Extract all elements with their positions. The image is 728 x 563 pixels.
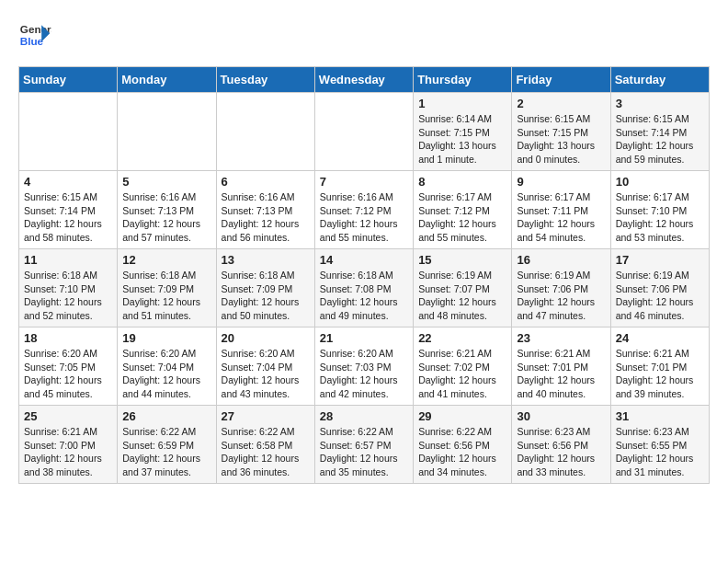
day-number: 20 xyxy=(222,331,310,345)
day-info: Sunrise: 6:18 AM Sunset: 7:09 PM Dayligh… xyxy=(122,269,210,323)
day-number: 23 xyxy=(517,331,605,345)
calendar-cell: 10Sunrise: 6:17 AM Sunset: 7:10 PM Dayli… xyxy=(610,171,709,249)
day-info: Sunrise: 6:17 AM Sunset: 7:10 PM Dayligh… xyxy=(616,190,704,245)
calendar-cell: 1Sunrise: 6:14 AM Sunset: 7:15 PM Daylig… xyxy=(414,93,512,171)
calendar-cell: 9Sunrise: 6:17 AM Sunset: 7:11 PM Daylig… xyxy=(512,171,610,249)
day-number: 16 xyxy=(517,253,605,267)
day-info: Sunrise: 6:17 AM Sunset: 7:11 PM Dayligh… xyxy=(517,190,605,245)
day-number: 4 xyxy=(24,175,112,189)
day-info: Sunrise: 6:21 AM Sunset: 7:01 PM Dayligh… xyxy=(517,347,605,401)
day-number: 9 xyxy=(517,175,605,189)
day-number: 10 xyxy=(616,175,704,189)
calendar-cell: 15Sunrise: 6:19 AM Sunset: 7:07 PM Dayli… xyxy=(414,249,512,327)
day-info: Sunrise: 6:16 AM Sunset: 7:13 PM Dayligh… xyxy=(222,190,310,245)
calendar-cell: 26Sunrise: 6:22 AM Sunset: 6:59 PM Dayli… xyxy=(118,406,216,484)
day-of-week-header: Friday xyxy=(512,67,610,93)
day-number: 29 xyxy=(418,409,506,423)
day-number: 17 xyxy=(616,253,704,267)
day-info: Sunrise: 6:22 AM Sunset: 6:59 PM Dayligh… xyxy=(122,425,210,479)
day-info: Sunrise: 6:19 AM Sunset: 7:06 PM Dayligh… xyxy=(616,269,704,323)
day-number: 15 xyxy=(418,253,506,267)
calendar-cell: 23Sunrise: 6:21 AM Sunset: 7:01 PM Dayli… xyxy=(512,327,610,406)
day-number: 28 xyxy=(320,409,408,423)
day-of-week-header: Saturday xyxy=(610,67,709,93)
calendar-cell: 11Sunrise: 6:18 AM Sunset: 7:10 PM Dayli… xyxy=(19,249,118,327)
day-info: Sunrise: 6:21 AM Sunset: 7:02 PM Dayligh… xyxy=(418,347,506,401)
calendar-cell: 27Sunrise: 6:22 AM Sunset: 6:58 PM Dayli… xyxy=(216,406,314,484)
day-info: Sunrise: 6:23 AM Sunset: 6:55 PM Dayligh… xyxy=(616,425,704,479)
day-info: Sunrise: 6:22 AM Sunset: 6:57 PM Dayligh… xyxy=(320,425,408,479)
calendar-cell: 14Sunrise: 6:18 AM Sunset: 7:08 PM Dayli… xyxy=(314,249,413,327)
calendar-cell: 28Sunrise: 6:22 AM Sunset: 6:57 PM Dayli… xyxy=(314,406,413,484)
day-info: Sunrise: 6:16 AM Sunset: 7:13 PM Dayligh… xyxy=(122,190,210,245)
day-number: 3 xyxy=(616,97,704,110)
calendar-cell xyxy=(216,93,314,171)
logo-icon: General Blue xyxy=(18,18,51,52)
day-info: Sunrise: 6:15 AM Sunset: 7:14 PM Dayligh… xyxy=(24,190,112,245)
calendar-cell: 30Sunrise: 6:23 AM Sunset: 6:56 PM Dayli… xyxy=(512,406,610,484)
logo: General Blue xyxy=(18,18,51,52)
calendar-cell: 22Sunrise: 6:21 AM Sunset: 7:02 PM Dayli… xyxy=(414,327,512,406)
day-number: 22 xyxy=(418,331,506,345)
day-info: Sunrise: 6:21 AM Sunset: 7:00 PM Dayligh… xyxy=(24,425,112,479)
calendar-header-row: SundayMondayTuesdayWednesdayThursdayFrid… xyxy=(19,67,710,93)
day-info: Sunrise: 6:18 AM Sunset: 7:09 PM Dayligh… xyxy=(222,269,310,323)
calendar-cell: 24Sunrise: 6:21 AM Sunset: 7:01 PM Dayli… xyxy=(610,327,709,406)
day-number: 13 xyxy=(222,253,310,267)
day-number: 6 xyxy=(222,175,310,189)
day-number: 2 xyxy=(517,97,605,110)
day-info: Sunrise: 6:19 AM Sunset: 7:07 PM Dayligh… xyxy=(418,269,506,323)
calendar-cell: 19Sunrise: 6:20 AM Sunset: 7:04 PM Dayli… xyxy=(118,327,216,406)
day-number: 24 xyxy=(616,331,704,345)
calendar-cell xyxy=(118,93,216,171)
day-info: Sunrise: 6:14 AM Sunset: 7:15 PM Dayligh… xyxy=(418,112,506,167)
svg-text:Blue: Blue xyxy=(20,35,44,47)
calendar-cell: 16Sunrise: 6:19 AM Sunset: 7:06 PM Dayli… xyxy=(512,249,610,327)
day-number: 8 xyxy=(418,175,506,189)
calendar-cell: 17Sunrise: 6:19 AM Sunset: 7:06 PM Dayli… xyxy=(610,249,709,327)
day-number: 30 xyxy=(517,409,605,423)
day-number: 7 xyxy=(320,175,408,189)
day-of-week-header: Sunday xyxy=(19,67,118,93)
calendar-cell: 18Sunrise: 6:20 AM Sunset: 7:05 PM Dayli… xyxy=(19,327,118,406)
day-info: Sunrise: 6:16 AM Sunset: 7:12 PM Dayligh… xyxy=(320,190,408,245)
calendar-cell xyxy=(314,93,413,171)
calendar-week-row: 11Sunrise: 6:18 AM Sunset: 7:10 PM Dayli… xyxy=(19,249,710,327)
day-info: Sunrise: 6:15 AM Sunset: 7:14 PM Dayligh… xyxy=(616,112,704,167)
calendar-cell: 8Sunrise: 6:17 AM Sunset: 7:12 PM Daylig… xyxy=(414,171,512,249)
calendar-table: SundayMondayTuesdayWednesdayThursdayFrid… xyxy=(18,66,710,484)
day-of-week-header: Wednesday xyxy=(314,67,413,93)
calendar-cell: 3Sunrise: 6:15 AM Sunset: 7:14 PM Daylig… xyxy=(610,93,709,171)
day-number: 25 xyxy=(24,409,112,423)
calendar-cell: 13Sunrise: 6:18 AM Sunset: 7:09 PM Dayli… xyxy=(216,249,314,327)
day-of-week-header: Thursday xyxy=(414,67,512,93)
day-number: 18 xyxy=(24,331,112,345)
calendar-cell: 4Sunrise: 6:15 AM Sunset: 7:14 PM Daylig… xyxy=(19,171,118,249)
day-info: Sunrise: 6:22 AM Sunset: 6:56 PM Dayligh… xyxy=(418,425,506,479)
calendar-week-row: 4Sunrise: 6:15 AM Sunset: 7:14 PM Daylig… xyxy=(19,171,710,249)
calendar-week-row: 25Sunrise: 6:21 AM Sunset: 7:00 PM Dayli… xyxy=(19,406,710,484)
day-number: 14 xyxy=(320,253,408,267)
day-info: Sunrise: 6:20 AM Sunset: 7:03 PM Dayligh… xyxy=(320,347,408,401)
day-info: Sunrise: 6:18 AM Sunset: 7:10 PM Dayligh… xyxy=(24,269,112,323)
calendar-week-row: 1Sunrise: 6:14 AM Sunset: 7:15 PM Daylig… xyxy=(19,93,710,171)
day-info: Sunrise: 6:19 AM Sunset: 7:06 PM Dayligh… xyxy=(517,269,605,323)
day-number: 12 xyxy=(122,253,210,267)
calendar-week-row: 18Sunrise: 6:20 AM Sunset: 7:05 PM Dayli… xyxy=(19,327,710,406)
day-info: Sunrise: 6:22 AM Sunset: 6:58 PM Dayligh… xyxy=(222,425,310,479)
day-number: 19 xyxy=(122,331,210,345)
calendar-cell: 5Sunrise: 6:16 AM Sunset: 7:13 PM Daylig… xyxy=(118,171,216,249)
day-info: Sunrise: 6:23 AM Sunset: 6:56 PM Dayligh… xyxy=(517,425,605,479)
day-number: 27 xyxy=(222,409,310,423)
calendar-cell: 21Sunrise: 6:20 AM Sunset: 7:03 PM Dayli… xyxy=(314,327,413,406)
day-info: Sunrise: 6:20 AM Sunset: 7:05 PM Dayligh… xyxy=(24,347,112,401)
day-number: 26 xyxy=(122,409,210,423)
day-number: 5 xyxy=(122,175,210,189)
day-info: Sunrise: 6:20 AM Sunset: 7:04 PM Dayligh… xyxy=(122,347,210,401)
calendar-cell: 25Sunrise: 6:21 AM Sunset: 7:00 PM Dayli… xyxy=(19,406,118,484)
calendar-cell: 2Sunrise: 6:15 AM Sunset: 7:15 PM Daylig… xyxy=(512,93,610,171)
calendar-cell: 12Sunrise: 6:18 AM Sunset: 7:09 PM Dayli… xyxy=(118,249,216,327)
calendar-cell: 31Sunrise: 6:23 AM Sunset: 6:55 PM Dayli… xyxy=(610,406,709,484)
day-info: Sunrise: 6:21 AM Sunset: 7:01 PM Dayligh… xyxy=(616,347,704,401)
day-info: Sunrise: 6:17 AM Sunset: 7:12 PM Dayligh… xyxy=(418,190,506,245)
